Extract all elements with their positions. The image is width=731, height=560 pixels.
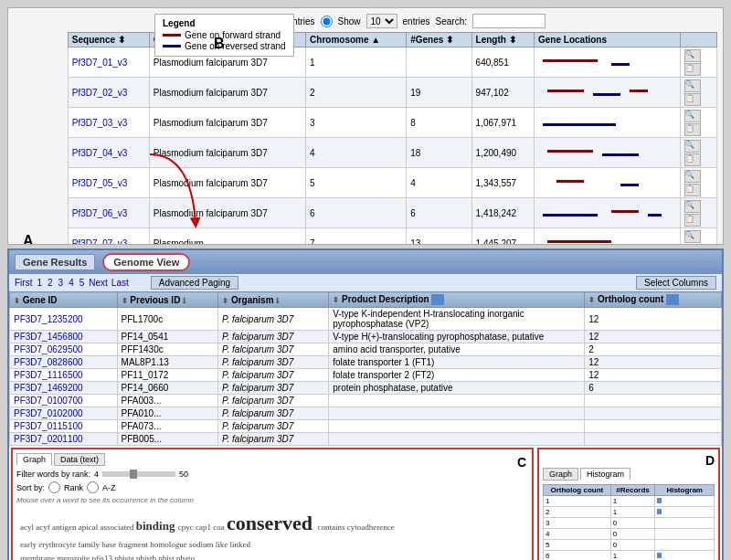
col-sequence[interactable]: Sequence ⬍ bbox=[68, 33, 149, 48]
show-radio[interactable] bbox=[321, 16, 333, 27]
res-col-org[interactable]: ⬍ Organism ℹ bbox=[218, 292, 329, 308]
paging-5[interactable]: 5 bbox=[79, 278, 85, 288]
panel-c-tabs: Graph Data (text) bbox=[16, 453, 528, 466]
result-id-link[interactable]: PF3D7_0201100 bbox=[14, 434, 83, 444]
paging-4[interactable]: 4 bbox=[69, 278, 74, 288]
word-cap1: cap1 bbox=[196, 523, 213, 532]
table-row: PF3D7_1469200 PF14_0660 P. falciparum 3D… bbox=[10, 382, 722, 395]
word-cytoadherence: cytoadherence bbox=[347, 523, 395, 532]
entries-select[interactable]: 10 25 50 bbox=[366, 14, 397, 28]
hist-count: 1 bbox=[610, 507, 655, 518]
word-conserved: conserved bbox=[227, 512, 318, 534]
action-btn-1[interactable]: 🔍 bbox=[684, 200, 701, 213]
desc-cell bbox=[329, 407, 585, 420]
filter-slider[interactable] bbox=[102, 471, 175, 477]
orth-cell: 12 bbox=[585, 356, 722, 369]
paging-1[interactable]: 1 bbox=[37, 278, 42, 288]
res-col-prev[interactable]: ⬍ Previous ID ℹ bbox=[117, 292, 218, 308]
seq-link[interactable]: Pf3D7_02_v3 bbox=[72, 88, 128, 98]
result-id-link[interactable]: PF3D7_0100700 bbox=[14, 396, 83, 406]
result-id-link[interactable]: PF3D7_1235200 bbox=[14, 314, 83, 324]
panel-d-tab-histogram[interactable]: Histogram bbox=[580, 468, 630, 481]
org-cell: P. falciparum 3D7 bbox=[218, 433, 329, 446]
desc-cell: folate transporter 1 (FT1) bbox=[329, 356, 585, 369]
bottom-panel: Gene Results Genome View First 1 2 3 4 5… bbox=[7, 248, 724, 560]
sort-az-radio[interactable] bbox=[87, 481, 99, 493]
result-id-link[interactable]: PF3D7_0629500 bbox=[14, 344, 83, 354]
paging-2[interactable]: 2 bbox=[48, 278, 53, 288]
paging-next[interactable]: Next bbox=[89, 278, 108, 288]
orth-cell: 12 bbox=[585, 369, 722, 382]
tab-genome-view[interactable]: Genome View bbox=[102, 253, 190, 271]
desc-cell bbox=[329, 433, 585, 446]
action-btn-1[interactable]: 🔍 bbox=[684, 170, 701, 183]
action-btn-2[interactable]: 📋 bbox=[684, 63, 701, 76]
filter-max: 50 bbox=[179, 470, 188, 479]
action-btn-1[interactable]: 🔍 bbox=[684, 110, 701, 122]
list-item: 1 1 bbox=[544, 496, 715, 507]
action-btn-2[interactable]: 📋 bbox=[684, 184, 701, 196]
prev-id-cell: MAL8P1.13 bbox=[117, 356, 218, 369]
paging-last[interactable]: Last bbox=[111, 278, 129, 288]
col-length[interactable]: Length ⬍ bbox=[471, 33, 534, 48]
filter-min: 4 bbox=[94, 470, 99, 479]
res-col-id[interactable]: ⬍ Gene ID bbox=[10, 292, 118, 308]
seq-link[interactable]: Pf3D7_04_v3 bbox=[72, 148, 128, 158]
action-btn-1[interactable]: 🔍 bbox=[684, 49, 701, 62]
hist-bar bbox=[657, 553, 662, 558]
result-id-link[interactable]: PF3D7_1116500 bbox=[14, 370, 83, 380]
desc-cell: amino acid transporter, putative bbox=[329, 343, 585, 356]
label-c: C bbox=[517, 455, 526, 470]
col-genes[interactable]: #Genes ⬍ bbox=[407, 33, 471, 48]
panel-d-tab-graph[interactable]: Graph bbox=[543, 468, 578, 481]
result-id-link[interactable]: PF3D7_1456800 bbox=[14, 332, 83, 342]
list-item: 5 0 bbox=[544, 540, 715, 551]
fwd-color bbox=[163, 34, 181, 37]
show-radio-input[interactable] bbox=[321, 16, 333, 27]
action-btn-2[interactable]: 📋 bbox=[684, 214, 701, 227]
action-btn-1[interactable]: 🔍 bbox=[684, 79, 701, 92]
word-merozoite: merozoite bbox=[57, 554, 91, 560]
seq-link[interactable]: Pf3D7_01_v3 bbox=[72, 58, 128, 68]
col-chromosome[interactable]: Chromosome ▲ bbox=[306, 33, 407, 48]
panel-d: D Graph Histogram Ortholog count #Record… bbox=[537, 448, 720, 560]
action-btn-2[interactable]: 📋 bbox=[684, 123, 701, 136]
sort-rank-radio[interactable] bbox=[48, 481, 60, 493]
word-phist: phist bbox=[158, 554, 176, 560]
adv-paging-button[interactable]: Advanced Paging bbox=[151, 276, 238, 290]
action-btn-1[interactable]: 🔍 bbox=[684, 140, 701, 153]
word-linked: linked bbox=[229, 540, 250, 549]
list-item: 6 1 bbox=[544, 551, 715, 560]
paging-first[interactable]: First bbox=[15, 278, 32, 288]
seq-link[interactable]: Pf3D7_03_v3 bbox=[72, 118, 128, 128]
panel-c-tab-graph[interactable]: Graph bbox=[16, 453, 52, 466]
bottom-header: Gene Results Genome View bbox=[9, 250, 722, 274]
search-input[interactable] bbox=[472, 14, 546, 28]
select-columns-button[interactable]: Select Columns bbox=[636, 276, 716, 290]
seq-link[interactable]: Pf3D7_07_v3 bbox=[72, 238, 128, 246]
seq-link[interactable]: Pf3D7_06_v3 bbox=[72, 208, 128, 218]
result-id-link[interactable]: PF3D7_0115100 bbox=[14, 421, 83, 431]
hist-bar-cell bbox=[655, 540, 715, 551]
action-btn-2[interactable]: 📋 bbox=[684, 244, 701, 245]
word-cpyc: cpyc bbox=[178, 523, 196, 532]
result-id-link[interactable]: PF3D7_0102000 bbox=[14, 408, 83, 418]
res-col-desc[interactable]: ⬍ Product Description bbox=[329, 292, 585, 308]
word-sodium: sodium bbox=[189, 540, 216, 549]
panel-c-tab-data[interactable]: Data (text) bbox=[54, 453, 105, 466]
action-btn-1[interactable]: 🔍 bbox=[684, 230, 701, 243]
word-phista: phista bbox=[114, 554, 136, 560]
action-btn-2[interactable]: 📋 bbox=[684, 93, 701, 106]
res-col-orth[interactable]: ⬍ Ortholog count bbox=[585, 292, 722, 308]
filter-thumb[interactable] bbox=[130, 470, 137, 479]
action-btn-2[interactable]: 📋 bbox=[684, 153, 701, 166]
paging-3[interactable]: 3 bbox=[58, 278, 64, 288]
chart-icon-desc[interactable] bbox=[431, 294, 444, 305]
result-id-link[interactable]: PF3D7_1469200 bbox=[14, 383, 83, 393]
col-actions bbox=[681, 33, 717, 48]
hist-count: 0 bbox=[610, 529, 655, 540]
chart-icon-orth[interactable] bbox=[666, 294, 679, 305]
seq-link[interactable]: Pf3D7_05_v3 bbox=[72, 178, 128, 188]
result-id-link[interactable]: PF3D7_0828600 bbox=[14, 357, 83, 367]
tab-gene-results[interactable]: Gene Results bbox=[15, 254, 95, 270]
